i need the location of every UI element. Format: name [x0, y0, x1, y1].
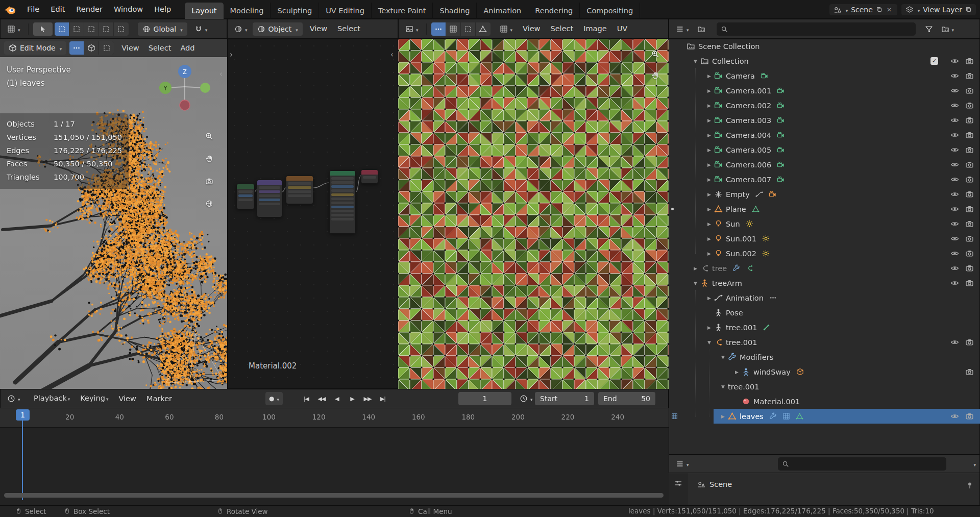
menu-window[interactable]: Window: [108, 0, 149, 19]
uv-select-vertex[interactable]: [431, 22, 446, 36]
shader-editor[interactable]: Material.002 › ‹: [227, 39, 398, 389]
outliner-row-tree-001[interactable]: ▼tree.001: [669, 335, 980, 350]
outliner-row-material-001[interactable]: Material.001: [669, 394, 980, 409]
hide-in-viewport-toggle[interactable]: [950, 279, 959, 287]
move-view-hand-icon[interactable]: [205, 155, 213, 163]
outliner-row-camera-003[interactable]: ▶Camera.003: [669, 113, 980, 128]
disclosure-closed-icon[interactable]: ▶: [704, 296, 714, 301]
disclosure-closed-icon[interactable]: ▶: [691, 266, 700, 271]
hide-in-viewport-toggle[interactable]: [950, 234, 959, 243]
outliner-search-field[interactable]: [717, 22, 916, 36]
toolbar-expand-chevron[interactable]: ›: [230, 50, 233, 59]
outliner-row-camera-002[interactable]: ▶Camera.002: [669, 98, 980, 113]
scene-selector[interactable]: Scene ×: [829, 4, 897, 15]
timeline-ruler[interactable]: 20406080100120140160180200220240 1: [0, 408, 669, 428]
viewport-3d[interactable]: Edit Mode ViewSelectAdd User Perspective…: [0, 39, 227, 389]
properties-options-caret[interactable]: [972, 459, 976, 469]
disclosure-closed-icon[interactable]: ▶: [704, 147, 714, 153]
outliner-row-tree-001[interactable]: ▶tree.001: [669, 320, 980, 335]
timeline-scrollbar[interactable]: [4, 493, 664, 498]
zoom-icon[interactable]: [651, 50, 659, 58]
timeline[interactable]: PlaybackKeyingViewMarker ● |◀◀◀◀▶▶▶▶| 1 …: [0, 389, 669, 505]
disable-in-render-toggle[interactable]: [965, 234, 974, 243]
hide-in-viewport-toggle[interactable]: [950, 131, 959, 139]
outliner-row-empty[interactable]: ▶Empty: [669, 187, 980, 202]
outliner-row-pose[interactable]: Pose: [669, 305, 980, 320]
shader-node[interactable]: [236, 184, 255, 209]
disclosure-closed-icon[interactable]: ▶: [704, 133, 714, 138]
menu-render[interactable]: Render: [70, 0, 108, 19]
disclosure-open-icon[interactable]: ▼: [718, 355, 728, 360]
outliner-display-mode-button[interactable]: [694, 22, 708, 36]
disable-in-render-toggle[interactable]: [965, 190, 974, 199]
disclosure-open-icon[interactable]: ▼: [691, 59, 700, 64]
workspace-tab-modeling[interactable]: Modeling: [224, 3, 271, 19]
outliner-row-camera-005[interactable]: ▶Camera.005: [669, 142, 980, 157]
select-mode-box[interactable]: [69, 22, 84, 36]
current-frame-badge[interactable]: 1: [16, 409, 30, 421]
play-button[interactable]: ▶: [345, 392, 360, 405]
hide-in-viewport-toggle[interactable]: [950, 101, 959, 110]
workspace-tab-layout[interactable]: Layout: [185, 3, 223, 19]
new-collection-button[interactable]: [938, 22, 958, 36]
disable-in-render-toggle[interactable]: [965, 412, 974, 421]
outliner-row-windsway[interactable]: ▶windSway: [669, 364, 980, 379]
disable-in-render-toggle[interactable]: [965, 57, 974, 65]
jump-to-prev-keyframe-button[interactable]: ◀◀: [314, 392, 329, 405]
viewport-menu-add[interactable]: Add: [176, 39, 199, 57]
edge-select-toggle[interactable]: [84, 41, 99, 55]
outliner[interactable]: Scene Collection▼Collection✓▶Camera▶Came…: [669, 39, 980, 455]
disclosure-closed-icon[interactable]: ▶: [704, 207, 714, 212]
shader-menu-view[interactable]: View: [305, 19, 332, 39]
disable-in-render-toggle[interactable]: [965, 338, 974, 347]
outliner-row-camera-006[interactable]: ▶Camera.006: [669, 157, 980, 172]
hide-in-viewport-toggle[interactable]: [950, 145, 959, 154]
snap-toggle[interactable]: [191, 22, 211, 36]
collection-checkbox[interactable]: ✓: [930, 57, 938, 65]
uv-menu-image[interactable]: Image: [578, 19, 611, 39]
properties-search-field[interactable]: [778, 457, 946, 471]
outliner-row-camera-001[interactable]: ▶Camera.001: [669, 83, 980, 98]
camera-view-icon[interactable]: [205, 177, 213, 185]
workspace-tab-shading[interactable]: Shading: [433, 3, 477, 19]
disclosure-closed-icon[interactable]: ▶: [704, 88, 714, 93]
hide-in-viewport-toggle[interactable]: [950, 205, 959, 213]
uv-menu-view[interactable]: View: [518, 19, 545, 39]
menu-file[interactable]: File: [21, 0, 45, 19]
disable-in-render-toggle[interactable]: [965, 264, 974, 273]
outliner-row-plane[interactable]: ▶Plane: [669, 202, 980, 216]
zoom-icon[interactable]: [205, 132, 213, 140]
outliner-row-tree[interactable]: ▶tree: [669, 261, 980, 276]
uv-sticky-dropdown[interactable]: [497, 22, 516, 36]
disclosure-open-icon[interactable]: ▼: [704, 340, 714, 345]
editor-type-button-viewport[interactable]: [4, 22, 23, 36]
timeline-menu-view[interactable]: View: [113, 389, 141, 408]
disclosure-closed-icon[interactable]: ▶: [704, 103, 714, 108]
disable-in-render-toggle[interactable]: [965, 116, 974, 125]
editor-type-button-properties[interactable]: [673, 457, 692, 471]
outliner-row-collection[interactable]: ▼Collection✓: [669, 54, 980, 68]
menu-edit[interactable]: Edit: [45, 0, 70, 19]
new-view-layer-icon[interactable]: [965, 6, 972, 13]
disclosure-open-icon[interactable]: ▼: [718, 384, 728, 389]
disable-in-render-toggle[interactable]: [965, 145, 974, 154]
uv-editor[interactable]: [398, 39, 669, 389]
editor-type-button-uv[interactable]: [402, 22, 422, 36]
hide-in-viewport-toggle[interactable]: [950, 412, 959, 421]
menu-help[interactable]: Help: [149, 0, 177, 19]
auto-keyframe-button[interactable]: ●: [265, 392, 283, 405]
disable-in-render-toggle[interactable]: [965, 219, 974, 228]
current-frame-field[interactable]: 1: [458, 392, 511, 405]
timeline-menu-marker[interactable]: Marker: [141, 389, 177, 408]
disable-in-render-toggle[interactable]: [965, 131, 974, 139]
properties-tab-column[interactable]: [669, 473, 688, 505]
play-reverse-button[interactable]: ◀: [329, 392, 345, 405]
outliner-row-scene-collection[interactable]: Scene Collection: [669, 39, 980, 54]
disclosure-closed-icon[interactable]: ▶: [732, 370, 742, 375]
disable-in-render-toggle[interactable]: [965, 175, 974, 184]
shader-node[interactable]: [361, 169, 378, 184]
move-view-hand-icon[interactable]: [651, 71, 659, 80]
jump-to-next-keyframe-button[interactable]: ▶▶: [360, 392, 375, 405]
toggle-perspective-icon[interactable]: [205, 200, 213, 208]
disclosure-closed-icon[interactable]: ▶: [704, 192, 714, 197]
